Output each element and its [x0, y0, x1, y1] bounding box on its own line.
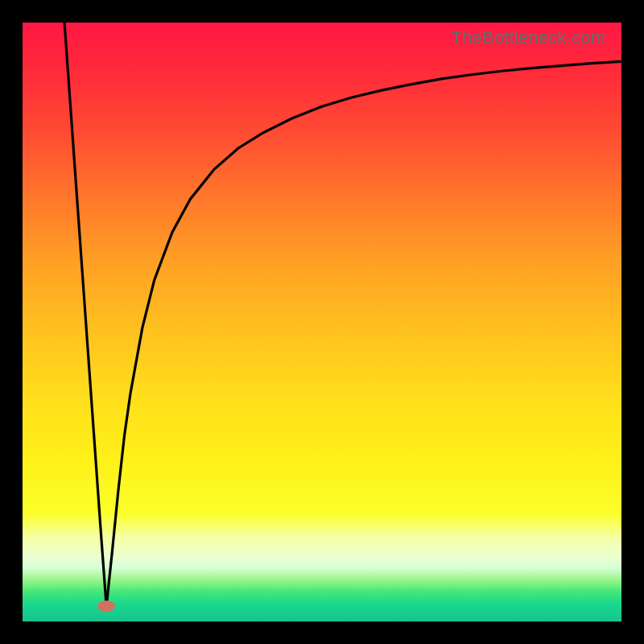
bottleneck-curve [64, 23, 621, 606]
chart-frame: TheBottleneck.com [0, 0, 644, 644]
plot-area: TheBottleneck.com [23, 23, 621, 621]
chart-svg [23, 23, 621, 621]
